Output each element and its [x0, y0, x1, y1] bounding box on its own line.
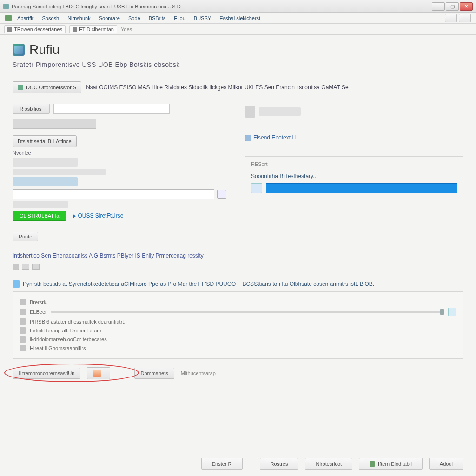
toolbar-button[interactable]: [445, 14, 457, 22]
bottom-button[interactable]: il tremnrononrernsastlUn: [13, 368, 80, 379]
titlebar[interactable]: Parenag Sunod oding LBDr Gilmugby sean F…: [0, 0, 476, 13]
progress-label: Sooonfirha Bittesthestary..: [251, 173, 457, 179]
start-button[interactable]: OL STRULBAT la: [13, 211, 66, 221]
progress-icon: [251, 183, 262, 193]
file-icon: [18, 85, 23, 90]
disk-settings-button[interactable]: Dts att sertal Bill Attince: [13, 135, 77, 147]
menu-item[interactable]: BUSSY: [194, 15, 211, 21]
link[interactable]: Fisend Enotext Ll: [245, 134, 463, 141]
menu-item[interactable]: Soonrare: [99, 15, 120, 21]
blurred-field: [13, 158, 78, 167]
link-icon: [245, 135, 251, 141]
play-icon: [73, 214, 76, 218]
app-title: Rufiu: [29, 42, 60, 57]
slider-track[interactable]: [51, 311, 444, 313]
blurred-field: [13, 169, 106, 175]
window-title: Parenag Sunod oding LBDr Gilmugby sean F…: [12, 4, 181, 9]
menu-item[interactable]: Sososh: [42, 15, 59, 21]
footer-button[interactable]: Iftern Eloditabll: [359, 458, 423, 470]
option-item[interactable]: Hireat ll Ghomsraannilirs: [20, 345, 456, 351]
select-description: Nsat OGIMS ESISO MAS Hice Rividstes Sidu…: [86, 84, 348, 91]
options-box: Brersrk. ELBeer PIRSB 6 astater dhessmal…: [13, 291, 463, 359]
menu-item[interactable]: Eliou: [174, 15, 185, 21]
field-label: Riosbiliosi: [13, 104, 50, 114]
option-icon: [20, 299, 26, 305]
footer-button[interactable]: Rostres: [260, 458, 299, 470]
toolbar-chip[interactable]: FT Dicibermtan: [69, 25, 117, 33]
close-button[interactable]: ✕: [460, 2, 473, 11]
menu-item[interactable]: BSBrits: [149, 15, 166, 21]
toolbar-button[interactable]: [459, 14, 471, 22]
divider: [251, 458, 251, 470]
small-icon[interactable]: [32, 264, 40, 270]
secondary-toolbar: TRowen decsertanes FT Dicibermtan Yoes: [0, 24, 476, 35]
instruction-text: Intishertico Sen Ehenacoaniss A G Bsrnts…: [13, 252, 463, 259]
text-input[interactable]: [53, 104, 170, 114]
progress-panel: RESort Sooonfirha Bittesthestary..: [245, 156, 463, 198]
disabled-input: [13, 119, 96, 129]
app-icon: [3, 4, 9, 9]
progress-bar: [266, 183, 457, 193]
doc-icon: [7, 27, 12, 32]
content-area: Rufiu Sratetr Pimporentisve USS UOB Ebp …: [0, 35, 476, 476]
minimize-button[interactable]: –: [432, 2, 445, 11]
footer-icon: [370, 461, 375, 467]
link-text[interactable]: OUSS SiretFtUrse: [73, 212, 123, 219]
info-heading: Pynrsth bestids at Syrenctotkedeteticar …: [13, 280, 463, 288]
footer-button[interactable]: Enster R: [201, 458, 243, 470]
bottom-text: Mithucentsarap: [181, 370, 216, 376]
bottom-button-highlight[interactable]: [87, 367, 110, 379]
option-slider[interactable]: ELBeer: [20, 308, 456, 316]
option-item[interactable]: Extiblit teranp all. Drocent erarn: [20, 327, 456, 334]
option-item[interactable]: PIRSB 6 astater dhessmaltek dearuntiatrt…: [20, 318, 456, 325]
footer-button[interactable]: Nirotesricot: [305, 458, 352, 470]
info-icon: [13, 280, 20, 288]
menu-item[interactable]: Abartfir: [17, 15, 33, 21]
option-icon: [20, 309, 26, 315]
browse-icon-button[interactable]: [217, 190, 226, 199]
blurred-field: [13, 201, 68, 208]
name-label: Nvonice: [13, 150, 226, 156]
path-input[interactable]: [13, 189, 214, 199]
small-icon[interactable]: [22, 264, 29, 270]
footer-button[interactable]: Adoul: [429, 458, 463, 470]
blurred-icon: [245, 106, 255, 118]
select-iso-button[interactable]: DOC Ottoronersstor S: [13, 81, 81, 93]
toolbar-chip[interactable]: TRowen decsertanes: [4, 25, 66, 33]
blurred-field: [259, 107, 301, 116]
option-item[interactable]: ikdridolomarseb.ooCor terbecares: [20, 336, 456, 343]
option-item[interactable]: Brersrk.: [20, 299, 456, 305]
slider-end-icon[interactable]: [448, 308, 456, 316]
doc-icon: [73, 27, 77, 32]
option-icon: [20, 327, 26, 334]
option-icon: [20, 345, 26, 351]
menu-app-icon: [5, 15, 12, 21]
menu-item[interactable]: Nirnshunk: [67, 15, 91, 21]
menu-item[interactable]: Esshal siekicherst: [219, 15, 260, 21]
bottom-button[interactable]: Dommanets: [134, 368, 174, 379]
app-window: Parenag Sunod oding LBDr Gilmugby sean F…: [0, 0, 476, 476]
menu-item[interactable]: Sode: [128, 15, 140, 21]
option-icon: [20, 336, 26, 343]
icon-row: [13, 264, 463, 270]
menubar: Abartfir Sososh Nirnshunk Soonrare Sode …: [0, 13, 476, 24]
panel-heading: RESort: [251, 161, 457, 169]
blurred-field: [13, 177, 78, 186]
small-button[interactable]: Runte: [13, 232, 38, 241]
toolbar-text: Yoes: [121, 26, 132, 32]
bottom-action-row: il tremnrononrernsastlUn Dommanets Mithu…: [13, 367, 463, 379]
maximize-button[interactable]: ▢: [446, 2, 459, 11]
app-subtitle: Sratetr Pimporentisve USS UOB Ebp Botski…: [13, 61, 463, 68]
app-logo-icon: [13, 44, 25, 56]
footer-buttons: Enster R Rostres Nirotesricot Iftern Elo…: [201, 458, 463, 470]
option-icon: [20, 318, 26, 325]
slider-thumb[interactable]: [440, 309, 444, 315]
small-icon[interactable]: [13, 264, 19, 270]
